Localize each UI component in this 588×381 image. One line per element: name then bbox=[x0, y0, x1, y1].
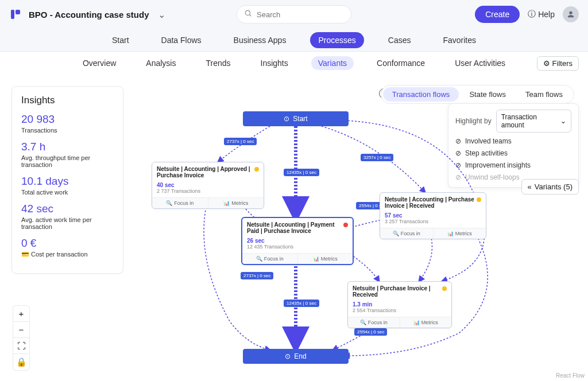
variants-label: Variants (5) bbox=[535, 182, 572, 191]
chart-icon: 📊 bbox=[313, 256, 319, 262]
node-sub: 12 435 Transactions bbox=[242, 244, 353, 253]
filters-label: Filters bbox=[552, 59, 572, 68]
nav-cases[interactable]: Cases bbox=[380, 32, 419, 48]
eye-off-icon: ⊘ bbox=[455, 137, 461, 145]
metric-value: 20 983 bbox=[21, 113, 114, 126]
node-time: 1.3 min bbox=[348, 301, 451, 308]
highlight-select[interactable]: Transaction amount ⌄ bbox=[496, 110, 571, 133]
node-payment-paid[interactable]: Netsuite | Accounting | Payment Paid | P… bbox=[241, 217, 354, 265]
edge-label: 2737x | 0 sec bbox=[241, 272, 273, 279]
chevron-left-icon: « bbox=[528, 182, 532, 191]
metric-value: 10.1 days bbox=[21, 175, 114, 188]
metrics-button[interactable]: 📊Metrics bbox=[400, 317, 452, 328]
highlight-label: Highlight by bbox=[455, 117, 492, 125]
search-container bbox=[237, 5, 351, 24]
help-button[interactable]: ⓘ Help bbox=[528, 9, 555, 20]
avatar[interactable] bbox=[563, 6, 579, 22]
svg-rect-1 bbox=[16, 10, 20, 14]
svg-line-3 bbox=[249, 14, 251, 16]
search-icon: 🔍 bbox=[166, 200, 172, 206]
search-input[interactable] bbox=[257, 10, 344, 19]
chart-icon: 📊 bbox=[447, 231, 454, 236]
node-title: Netsuite | Accounting | Approved | Purch… bbox=[152, 162, 264, 182]
node-sub: 2 737 Transactions bbox=[152, 188, 264, 197]
nav-favorites[interactable]: Favorites bbox=[435, 32, 484, 48]
metric-value: 0 € bbox=[21, 237, 114, 250]
metric-value: 42 sec bbox=[21, 203, 114, 215]
zoom-controls: + − ⛶ 🔒 bbox=[13, 305, 30, 371]
toggle-label: Unwind self-loops bbox=[465, 173, 520, 181]
tab-insights[interactable]: Insights bbox=[254, 56, 295, 70]
attribution: React Flow bbox=[556, 372, 585, 379]
node-received-1[interactable]: Netsuite | Accounting | Purchase Invoice… bbox=[380, 192, 486, 239]
flow-tabs: Transaction flows State flows Team flows bbox=[381, 85, 574, 104]
tab-state-flows[interactable]: State flows bbox=[460, 87, 515, 102]
focus-button[interactable]: 🔍Focus in bbox=[242, 254, 298, 264]
toggle-involved-teams[interactable]: ⊘Involved teams bbox=[455, 137, 571, 145]
filters-button[interactable]: ⚙ Filters bbox=[537, 56, 579, 71]
zoom-in-button[interactable]: + bbox=[13, 306, 29, 322]
tab-overview[interactable]: Overview bbox=[76, 56, 123, 70]
metric-label: Avg. throughput time per transaction bbox=[21, 154, 114, 168]
insights-panel: Insights 20 983Transactions 3.7 hAvg. th… bbox=[11, 86, 123, 274]
node-title: Netsuite | Accounting | Purchase Invoice… bbox=[380, 193, 486, 212]
help-icon: ⓘ bbox=[528, 9, 536, 20]
main-nav: Start Data Flows Business Apps Processes… bbox=[0, 29, 588, 52]
chevron-down-icon[interactable]: ⌄ bbox=[158, 9, 165, 20]
nav-start[interactable]: Start bbox=[104, 32, 137, 48]
edge-label: 3257x | 0 sec bbox=[361, 154, 393, 161]
metric-label: 💳 Cost per transaction bbox=[21, 251, 114, 258]
nav-business-apps[interactable]: Business Apps bbox=[226, 32, 295, 48]
pause-icon: ⊙ bbox=[285, 352, 291, 360]
focus-button[interactable]: 🔍Focus in bbox=[152, 198, 208, 208]
toggle-step-activities[interactable]: ⊘Step activities bbox=[455, 149, 571, 157]
tab-trends[interactable]: Trends bbox=[199, 56, 237, 70]
focus-button[interactable]: 🔍Focus in bbox=[380, 228, 434, 239]
toggle-label: Involved teams bbox=[465, 137, 512, 145]
search-icon: 🔍 bbox=[393, 231, 399, 236]
node-end[interactable]: ⊙ End bbox=[243, 349, 349, 364]
lock-button[interactable]: 🔒 bbox=[13, 354, 29, 370]
nav-processes[interactable]: Processes bbox=[310, 32, 363, 48]
focus-button[interactable]: 🔍Focus in bbox=[348, 317, 400, 328]
fit-view-button[interactable]: ⛶ bbox=[13, 338, 29, 354]
edge-label: 2737x | 0 sec bbox=[224, 138, 257, 145]
svg-point-4 bbox=[569, 11, 572, 14]
node-title: Netsuite | Purchase Invoice | Received bbox=[348, 282, 451, 301]
nav-data-flows[interactable]: Data Flows bbox=[153, 32, 210, 48]
edge-label: 12435x | 0 sec bbox=[284, 169, 319, 176]
create-button[interactable]: Create bbox=[475, 6, 520, 23]
edge-label: 12435x | 0 sec bbox=[284, 300, 319, 307]
status-dot bbox=[442, 286, 447, 291]
variants-button[interactable]: « Variants (5) bbox=[521, 179, 579, 195]
tab-team-flows[interactable]: Team flows bbox=[516, 87, 572, 102]
metric-label: Transactions bbox=[21, 127, 114, 134]
node-time: 57 sec bbox=[380, 212, 486, 219]
tab-analysis[interactable]: Analysis bbox=[139, 56, 183, 70]
zoom-out-button[interactable]: − bbox=[13, 322, 29, 338]
metrics-button[interactable]: 📊Metrics bbox=[208, 198, 264, 208]
chart-icon: 📊 bbox=[223, 200, 230, 206]
tab-user-activities[interactable]: User Activities bbox=[448, 56, 512, 70]
tab-conformance[interactable]: Conformance bbox=[370, 56, 432, 70]
edge-label: 2554x | 0 sec bbox=[354, 328, 387, 336]
node-label: Start bbox=[293, 115, 307, 123]
status-dot bbox=[254, 167, 259, 172]
node-approved[interactable]: Netsuite | Accounting | Approved | Purch… bbox=[152, 162, 264, 209]
toggle-improvement[interactable]: ⊘Improvement insights bbox=[455, 161, 571, 169]
node-label: End bbox=[294, 352, 306, 360]
status-dot bbox=[343, 223, 348, 227]
app-title[interactable]: BPO - Accounting case study bbox=[29, 10, 149, 20]
search-icon: 🔍 bbox=[360, 320, 366, 325]
eye-off-icon: ⊘ bbox=[455, 173, 461, 181]
tab-variants[interactable]: Variants bbox=[311, 56, 354, 70]
node-received-2[interactable]: Netsuite | Purchase Invoice | Received 1… bbox=[347, 281, 452, 328]
metrics-button[interactable]: 📊Metrics bbox=[434, 228, 486, 239]
filter-icon: ⚙ bbox=[543, 59, 550, 68]
node-start[interactable]: ⊙ Start bbox=[243, 111, 349, 126]
metric-value: 3.7 h bbox=[21, 141, 114, 153]
metrics-button[interactable]: 📊Metrics bbox=[298, 254, 353, 264]
flow-canvas[interactable]: Insights 20 983Transactions 3.7 hAvg. th… bbox=[0, 75, 588, 381]
node-sub: 3 257 Transactions bbox=[380, 219, 486, 228]
tab-transaction-flows[interactable]: Transaction flows bbox=[383, 87, 459, 102]
